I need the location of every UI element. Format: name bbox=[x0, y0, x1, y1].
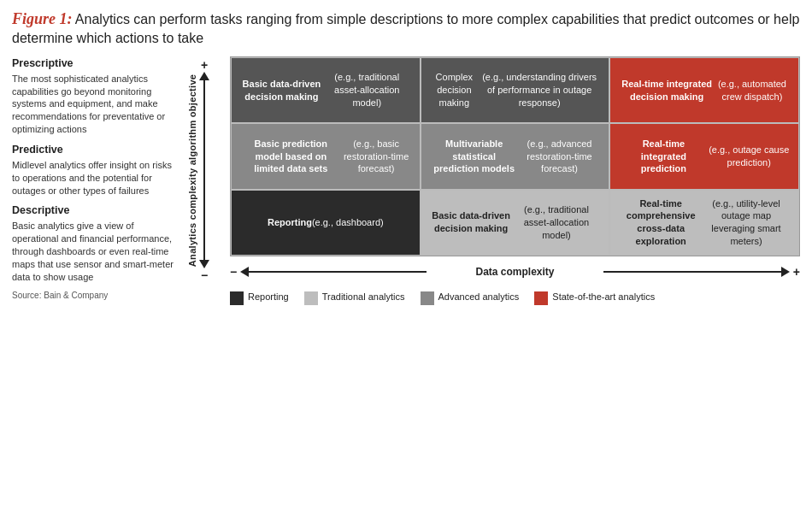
cell-text-bold: Basic data-driven decision making bbox=[430, 209, 513, 235]
cell-r0-c0: Basic data-driven decision making(e.g., … bbox=[231, 57, 421, 123]
x-axis-label: Data complexity bbox=[427, 266, 604, 278]
cell-text-bold: Reporting bbox=[268, 216, 312, 229]
sidebar-prescriptive-title: Prescriptive bbox=[12, 56, 179, 71]
sidebar-predictive-title: Predictive bbox=[12, 143, 179, 157]
cell-text-bold: Real-time integrated prediction bbox=[619, 138, 708, 176]
legend-item-0: Reporting bbox=[230, 291, 289, 305]
source-text: Source: Bain & Company bbox=[12, 290, 179, 302]
legend-box-3 bbox=[534, 291, 548, 305]
x-axis: − Data complexity + bbox=[230, 260, 800, 284]
cell-text-bold: Multivariable statistical prediction mod… bbox=[430, 138, 519, 176]
cell-r2-c1: Basic data-driven decision making(e.g., … bbox=[421, 190, 610, 256]
y-axis: Analytics complexity algorithm objective… bbox=[187, 56, 230, 284]
sidebar-prescriptive-body: The most sophisticated analytics capabil… bbox=[12, 73, 179, 136]
arrow-left-icon bbox=[240, 267, 249, 277]
cell-text-bold: Real-time integrated decision making bbox=[619, 78, 715, 103]
cell-r2-c0: Reporting(e.g., dashboard) bbox=[231, 190, 421, 256]
legend-item-2: Advanced analytics bbox=[421, 291, 520, 305]
y-axis-line bbox=[203, 80, 206, 260]
sidebar: Prescriptive The most sophisticated anal… bbox=[12, 56, 187, 305]
analytics-grid: Basic data-driven decision making(e.g., … bbox=[230, 56, 800, 256]
page: Figure 1: Analytics can perform tasks ra… bbox=[0, 0, 812, 312]
x-axis-plus: + bbox=[793, 265, 800, 279]
sidebar-descriptive-title: Descriptive bbox=[12, 203, 179, 218]
legend-label-3: State-of-the-art analytics bbox=[552, 291, 655, 303]
title-text: Analytics can perform tasks ranging from… bbox=[12, 12, 799, 45]
cell-text: (e.g., traditional asset-allocation mode… bbox=[323, 71, 411, 109]
legend: ReportingTraditional analyticsAdvanced a… bbox=[187, 291, 800, 305]
cell-text: (e.g., traditional asset-allocation mode… bbox=[513, 203, 601, 242]
cell-text: (e.g., dashboard) bbox=[312, 216, 384, 229]
legend-box-1 bbox=[304, 291, 318, 305]
main-content: Prescriptive The most sophisticated anal… bbox=[12, 56, 800, 305]
cell-text-bold: Basic prediction model based on limited … bbox=[240, 138, 342, 176]
cell-text-bold: Real-time comprehensive cross-data explo… bbox=[619, 197, 703, 248]
arrow-up-icon bbox=[199, 72, 209, 80]
cell-text: (e.g., advanced restoration-time forecas… bbox=[519, 138, 601, 176]
cell-r1-c1: Multivariable statistical prediction mod… bbox=[421, 123, 610, 189]
cell-r0-c1: Complex decision making(e.g., understand… bbox=[421, 57, 610, 123]
legend-label-2: Advanced analytics bbox=[438, 291, 520, 303]
x-axis-minus: − bbox=[230, 265, 237, 279]
arrow-down-icon bbox=[199, 260, 209, 268]
legend-item-3: State-of-the-art analytics bbox=[534, 291, 655, 305]
x-axis-line2 bbox=[603, 271, 781, 274]
cell-text: Complex decision making bbox=[430, 71, 479, 109]
y-axis-label: Analytics complexity algorithm objective bbox=[187, 56, 197, 284]
cell-text-bold: Basic data-driven decision making bbox=[240, 78, 323, 103]
x-axis-line bbox=[249, 271, 427, 274]
y-axis-minus: − bbox=[201, 268, 208, 282]
legend-box-2 bbox=[421, 291, 434, 305]
cell-r1-c0: Basic prediction model based on limited … bbox=[231, 123, 421, 189]
figure-label: Figure 1: bbox=[12, 10, 73, 27]
cell-text: (e.g., basic restoration-time forecast) bbox=[342, 138, 411, 176]
cell-text: (e.g., understanding drivers of performa… bbox=[479, 71, 600, 109]
arrow-right-icon bbox=[781, 267, 790, 277]
x-axis-arrow-row: Data complexity bbox=[240, 266, 790, 278]
grid-and-xaxis: Basic data-driven decision making(e.g., … bbox=[230, 56, 800, 284]
cell-r0-c2: Real-time integrated decision making(e.g… bbox=[609, 57, 799, 123]
cell-text: (e.g., outage cause prediction) bbox=[708, 144, 790, 169]
legend-item-1: Traditional analytics bbox=[304, 291, 405, 305]
legend-label-1: Traditional analytics bbox=[322, 291, 405, 303]
grid-with-axes: Analytics complexity algorithm objective… bbox=[187, 56, 800, 284]
chart-area: Analytics complexity algorithm objective… bbox=[187, 56, 800, 305]
legend-label-0: Reporting bbox=[248, 291, 289, 303]
cell-r1-c2: Real-time integrated prediction(e.g., ou… bbox=[609, 123, 799, 189]
sidebar-descriptive-body: Basic analytics give a view of operation… bbox=[12, 220, 179, 283]
y-axis-plus: + bbox=[201, 58, 208, 72]
title-block: Figure 1: Analytics can perform tasks ra… bbox=[12, 9, 800, 48]
cell-text: (e.g., utility-level outage map leveragi… bbox=[703, 197, 790, 248]
y-axis-arrows: + − bbox=[199, 56, 209, 284]
legend-box-0 bbox=[230, 291, 244, 305]
cell-r2-c2: Real-time comprehensive cross-data explo… bbox=[609, 190, 799, 256]
sidebar-predictive-body: Midlevel analytics offer insight on risk… bbox=[12, 159, 179, 197]
cell-text: (e.g., automated crew dispatch) bbox=[715, 78, 790, 103]
